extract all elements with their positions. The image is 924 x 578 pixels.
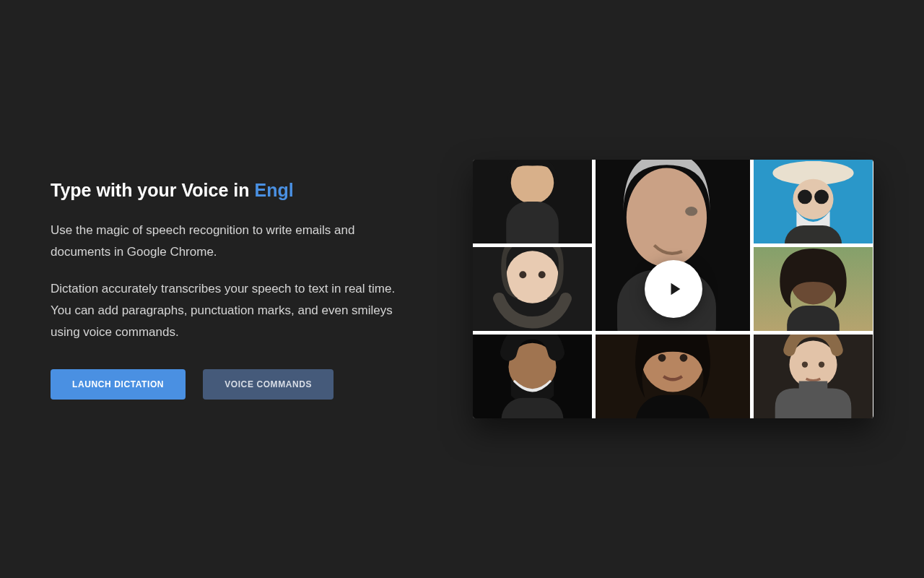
portrait-tile <box>473 160 592 243</box>
video-thumbnail-grid[interactable] <box>473 160 873 418</box>
svg-point-17 <box>539 271 546 278</box>
hero-title-prefix: Type with your Voice in <box>51 180 254 200</box>
svg-point-27 <box>680 354 688 362</box>
portrait-tile <box>473 247 592 331</box>
hero-paragraph-1: Use the magic of speech recognition to w… <box>51 220 411 263</box>
svg-point-26 <box>658 354 666 362</box>
svg-point-12 <box>814 190 829 204</box>
portrait-tile <box>754 247 873 331</box>
hero-title: Type with your Voice in Engl <box>51 178 411 202</box>
hero-media-column <box>473 160 873 418</box>
svg-point-11 <box>798 190 812 204</box>
hero-button-row: Launch Dictation Voice Commands <box>51 369 411 400</box>
svg-point-16 <box>519 271 526 278</box>
svg-point-1 <box>511 161 554 204</box>
play-icon <box>667 281 683 297</box>
portrait-tile <box>473 335 592 418</box>
hero-paragraph-2: Dictation accurately transcribes your sp… <box>51 278 411 342</box>
svg-rect-9 <box>803 161 822 173</box>
play-button[interactable] <box>645 260 702 318</box>
svg-rect-2 <box>506 202 559 243</box>
launch-dictation-button[interactable]: Launch Dictation <box>51 369 186 400</box>
svg-rect-20 <box>787 306 840 331</box>
svg-point-5 <box>685 207 697 216</box>
portrait-tile <box>596 335 750 418</box>
svg-point-31 <box>802 361 808 367</box>
svg-point-32 <box>819 361 824 367</box>
hero-section: Type with your Voice in Engl Use the mag… <box>0 0 924 578</box>
hero-text-column: Type with your Voice in Engl Use the mag… <box>51 178 411 399</box>
portrait-tile <box>754 160 873 243</box>
portrait-tile <box>754 335 873 418</box>
hero-title-accent: Engl <box>254 180 293 200</box>
voice-commands-button[interactable]: Voice Commands <box>203 369 334 400</box>
